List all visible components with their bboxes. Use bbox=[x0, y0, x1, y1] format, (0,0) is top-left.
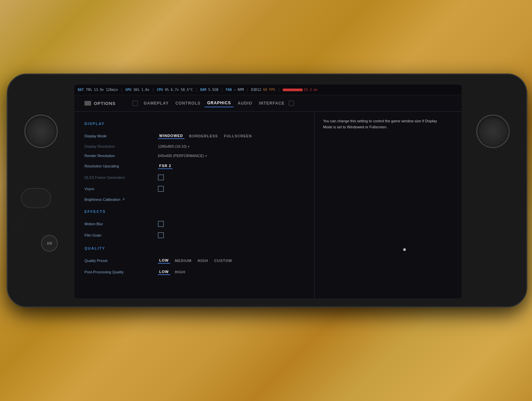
left-trackpad[interactable] bbox=[21, 188, 51, 208]
nav-bar: OPTIONS GAMEPLAY CONTROLS GRAPHICS AUDIO… bbox=[74, 95, 462, 112]
display-resolution-text: 1280x800 (16:10) bbox=[158, 144, 187, 148]
tab-graphics[interactable]: GRAPHICS bbox=[205, 99, 234, 107]
main-area: DISPLAY Display Mode WINDOWED BORDERLESS… bbox=[74, 112, 462, 298]
external-link-icon: ↗ bbox=[122, 197, 125, 202]
display-mode-label: Display Mode bbox=[84, 134, 158, 138]
quality-preset-low[interactable]: LOW bbox=[158, 258, 170, 264]
cpu-clock: 6.7v bbox=[171, 88, 179, 92]
cpu-temp: 58.5°C bbox=[181, 88, 193, 92]
frame-api: D3D12 bbox=[251, 88, 261, 92]
vsync-checkbox[interactable] bbox=[158, 186, 164, 192]
quality-preset-high[interactable]: HIGH bbox=[196, 258, 210, 263]
post-processing-label: Post-Processing Quality bbox=[84, 270, 158, 274]
brightness-calibration-label: Brightness Calibration bbox=[84, 197, 120, 202]
dlss-frame-gen-label: DLSS Frame Generation bbox=[84, 175, 158, 179]
resolution-upscaling-value: FSR 2 bbox=[158, 163, 173, 169]
display-resolution-label: Display Resolution bbox=[84, 144, 158, 148]
render-resolution-text: 640x400 (PERFORMANCE) bbox=[158, 154, 204, 158]
nav-tabs: GAMEPLAY CONTROLS GRAPHICS AUDIO INTERFA… bbox=[132, 99, 296, 107]
post-processing-value: LOW HIGH bbox=[158, 269, 187, 275]
dlss-frame-gen-checkbox[interactable] bbox=[158, 174, 164, 180]
motion-blur-checkbox[interactable] bbox=[158, 221, 164, 227]
nav-tab-icon-left bbox=[132, 101, 138, 106]
brightness-calibration-link[interactable]: Brightness Calibration ↗ bbox=[84, 197, 125, 202]
ram-value: 5.5GB bbox=[208, 88, 218, 92]
render-resolution-row: Render Resolution 640x400 (PERFORMANCE) … bbox=[84, 151, 304, 160]
dlss-frame-gen-row: DLSS Frame Generation bbox=[84, 172, 304, 183]
resolution-upscaling-row: Resolution Upscaling FSR 2 bbox=[84, 160, 304, 172]
left-joystick[interactable] bbox=[24, 115, 58, 148]
tab-gameplay[interactable]: GAMEPLAY bbox=[141, 100, 172, 107]
display-resolution-arrow: ▾ bbox=[188, 145, 190, 148]
settings-panel: DISPLAY Display Mode WINDOWED BORDERLESS… bbox=[74, 112, 315, 298]
ms-value: 19.3 ms bbox=[304, 88, 318, 92]
bat-percent: 70% bbox=[86, 88, 92, 92]
content-area: OPTIONS GAMEPLAY CONTROLS GRAPHICS AUDIO… bbox=[74, 95, 462, 298]
vsync-label: Vsync bbox=[84, 187, 158, 191]
brightness-calibration-row: Brightness Calibration ↗ bbox=[84, 194, 304, 204]
post-processing-row: Post-Processing Quality LOW HIGH bbox=[84, 266, 304, 278]
vsync-row: Vsync bbox=[84, 183, 304, 194]
tab-controls[interactable]: CONTROLS bbox=[173, 100, 203, 107]
fps-value: 60 FPS bbox=[263, 88, 275, 92]
options-label: OPTIONS bbox=[94, 101, 116, 106]
info-panel: You can change this setting to control t… bbox=[315, 112, 462, 298]
fps-indicator bbox=[283, 89, 303, 91]
bat-volts: 13.9v bbox=[94, 88, 104, 92]
effects-section-title: EFFECTS bbox=[84, 210, 304, 214]
display-resolution-row: Display Resolution 1280x800 (16:10) ▾ bbox=[84, 142, 304, 151]
film-grain-row: Film Grain bbox=[84, 230, 304, 241]
fan-label: FAN bbox=[226, 88, 232, 92]
resolution-upscaling-label: Resolution Upscaling bbox=[84, 164, 158, 168]
status-bar: BAT 70% 13.9v 126min | GPU 36% 1.0x | CP… bbox=[74, 85, 462, 95]
cpu-percent: 4% bbox=[165, 88, 169, 92]
film-grain-checkbox[interactable] bbox=[158, 232, 164, 238]
display-mode-borderless[interactable]: BORDERLESS bbox=[188, 133, 219, 139]
gpu-percent: 36% bbox=[133, 88, 139, 92]
render-resolution-label: Render Resolution bbox=[84, 154, 158, 158]
display-mode-fullscreen[interactable]: FULLSCREEN bbox=[223, 133, 253, 139]
display-mode-row: Display Mode WINDOWED BORDERLESS FULLSCR… bbox=[84, 130, 304, 142]
bat-minutes: 126min bbox=[106, 88, 118, 92]
cpu-label: CPU bbox=[157, 88, 163, 92]
steam-deck-device: AM BAT 70% 13.9v 126min | GPU 36% 1.0x |… bbox=[7, 74, 527, 307]
options-section: OPTIONS bbox=[84, 101, 116, 106]
quality-preset-row: Quality Preset LOW MEDIUM HIGH CUSTOM bbox=[84, 255, 304, 266]
fan-value: — RPM bbox=[234, 88, 244, 92]
gpu-label: GPU bbox=[125, 88, 131, 92]
tab-audio[interactable]: AUDIO bbox=[235, 100, 255, 107]
gpu-clock: 1.0x bbox=[142, 88, 150, 92]
am-button[interactable]: AM bbox=[41, 235, 58, 252]
render-resolution-value[interactable]: 640x400 (PERFORMANCE) ▾ bbox=[158, 154, 207, 158]
info-text: You can change this setting to control t… bbox=[323, 118, 443, 130]
right-joystick[interactable] bbox=[476, 115, 510, 148]
quality-preset-custom[interactable]: CUSTOM bbox=[213, 258, 233, 263]
render-resolution-arrow: ▾ bbox=[205, 154, 207, 158]
display-mode-windowed[interactable]: WINDOWED bbox=[158, 133, 185, 139]
display-mode-value: WINDOWED BORDERLESS FULLSCREEN bbox=[158, 133, 253, 139]
motion-blur-label: Motion Blur bbox=[84, 222, 158, 226]
tab-interface[interactable]: INTERFACE bbox=[256, 100, 287, 107]
display-resolution-value[interactable]: 1280x800 (16:10) ▾ bbox=[158, 144, 190, 148]
screen: BAT 70% 13.9v 126min | GPU 36% 1.0x | CP… bbox=[74, 85, 462, 298]
post-processing-low[interactable]: LOW bbox=[158, 269, 170, 275]
display-section-title: DISPLAY bbox=[84, 122, 304, 126]
options-icon bbox=[84, 101, 91, 106]
film-grain-label: Film Grain bbox=[84, 233, 158, 237]
quality-preset-label: Quality Preset bbox=[84, 259, 158, 263]
nav-tab-icon-right bbox=[289, 101, 294, 106]
bat-label: BAT bbox=[78, 88, 84, 92]
ram-label: RAM bbox=[200, 88, 206, 92]
left-speaker-grille bbox=[13, 222, 24, 233]
post-processing-high[interactable]: HIGH bbox=[174, 269, 187, 275]
fps-bar: 19.3 ms bbox=[283, 88, 318, 92]
quality-section-title: QUALITY bbox=[84, 246, 304, 250]
quality-preset-medium[interactable]: MEDIUM bbox=[174, 258, 193, 263]
quality-preset-value: LOW MEDIUM HIGH CUSTOM bbox=[158, 258, 233, 264]
motion-blur-row: Motion Blur bbox=[84, 218, 304, 230]
